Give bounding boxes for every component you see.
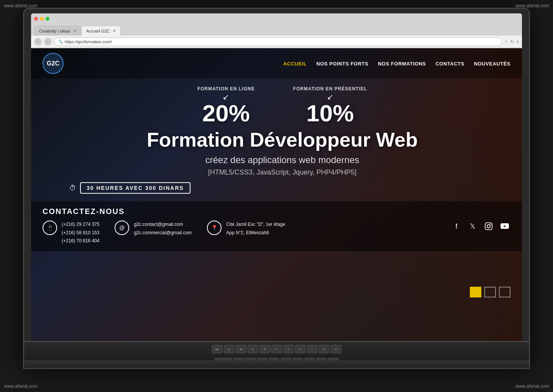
addressbar-actions: ☆ ↻ ≡	[504, 39, 519, 44]
browser-back-button[interactable]: ‹	[34, 38, 42, 46]
key-y: Y	[283, 345, 294, 353]
hero-tech: [HTML5/CSS3, JavaScript, Jquery, PHP4/PH…	[62, 168, 503, 176]
refresh-icon[interactable]: ↻	[510, 39, 514, 44]
watermark-top-right: www.afariat.com	[515, 3, 549, 8]
nav-link-points-forts[interactable]: NOS POINTS FORTS	[316, 61, 368, 67]
tab-creativity[interactable]: Creativity | ideas ✕	[34, 26, 81, 36]
instagram-icon[interactable]	[483, 220, 494, 232]
website-content: G2C ACCUEIL NOS POINTS FORTS NOS FORMATI…	[31, 48, 522, 358]
hero-content: FORMATION EN LIGNE ↙ 20% FORMATION EN PR…	[31, 78, 522, 194]
key-tab: tab	[212, 345, 223, 353]
site-logo: G2C	[43, 53, 64, 74]
nav-links: ACCUEIL NOS POINTS FORTS NOS FORMATIONS …	[283, 60, 510, 67]
email-2: g2c.commercial@gmail.com	[134, 229, 192, 237]
social-icons: f 𝕏	[451, 220, 510, 232]
key-r: R	[259, 345, 270, 353]
bookmark-icon[interactable]: ☆	[504, 39, 509, 44]
email-1: g2c.contact@gmail.com	[134, 220, 192, 229]
contact-phones: (+216) 29 274 375 (+216) 58 910 153 (+21…	[62, 220, 99, 245]
contact-row: 📱 (+216) 29 274 375 (+216) 58 910 153 (+…	[43, 220, 510, 245]
tab-creativity-label: Creativity | ideas	[39, 29, 70, 33]
location-icon: 📍	[207, 220, 222, 235]
contact-address: Cité Jamil Esc "D", 1er étage App N°2, E…	[226, 220, 285, 237]
contact-phone-group: 📱 (+216) 29 274 375 (+216) 58 910 153 (+…	[43, 220, 99, 245]
nav-link-accueil[interactable]: ACCUEIL	[283, 61, 307, 67]
tab-g2c[interactable]: Accueil G2C ✕	[81, 26, 121, 36]
nav-link-formations[interactable]: NOS FORMATIONS	[378, 61, 426, 67]
promo-online-label: FORMATION EN LIGNE	[197, 86, 255, 91]
url-display: https://gccformation.com/	[65, 39, 112, 44]
menu-icon[interactable]: ≡	[516, 39, 519, 44]
slide-dot-3[interactable]	[499, 287, 510, 297]
email-icon: @	[115, 220, 129, 235]
traffic-light-maximize[interactable]	[46, 17, 49, 21]
watermark-bottom-right: www.afariat.com	[515, 384, 549, 389]
phone-icon: 📱	[43, 220, 57, 235]
traffic-light-close[interactable]	[34, 17, 38, 21]
tab-creativity-close[interactable]: ✕	[73, 29, 76, 33]
facebook-icon[interactable]: f	[451, 220, 462, 232]
traffic-light-minimize[interactable]	[40, 17, 44, 21]
screen-bezel: Creativity | ideas ✕ Accueil G2C ✕ ‹ › 🔍…	[31, 13, 522, 358]
clock-icon: ⏱	[69, 184, 76, 192]
phone-3: (+216) 70 816 404	[62, 237, 99, 245]
promo-presentiel-percent: 10%	[293, 101, 367, 125]
phone-1: (+216) 29 274 375	[62, 220, 99, 229]
key-i: I	[307, 345, 318, 353]
nav-link-nouveautes[interactable]: NOUVEAUTÉS	[474, 61, 510, 67]
nav-link-contacts[interactable]: CONTACTS	[435, 61, 464, 67]
contact-emails: g2c.contact@gmail.com g2c.commercial@gma…	[134, 220, 192, 237]
browser-chrome: Creativity | ideas ✕ Accueil G2C ✕ ‹ › 🔍…	[31, 13, 522, 48]
key-u: U	[295, 345, 306, 353]
key-o: O	[319, 345, 330, 353]
contact-title: CONTACTEZ-NOUS	[43, 207, 510, 216]
address-line-1: Cité Jamil Esc "D", 1er étage	[226, 220, 285, 229]
logo-circle: G2C	[43, 53, 64, 74]
address-line-2: App N°2, ElMenzah6	[226, 229, 285, 237]
browser-forward-button[interactable]: ›	[44, 38, 52, 46]
promo-online: FORMATION EN LIGNE ↙ 20%	[197, 86, 255, 125]
youtube-icon[interactable]	[499, 220, 510, 232]
promo-online-percent: 20%	[197, 101, 255, 125]
key-p: P	[331, 345, 341, 353]
promo-row: FORMATION EN LIGNE ↙ 20% FORMATION EN PR…	[62, 86, 503, 125]
tab-g2c-label: Accueil G2C	[86, 29, 110, 33]
search-icon: 🔍	[58, 39, 63, 44]
browser-tabs: Creativity | ideas ✕ Accueil G2C ✕	[31, 24, 522, 36]
keyboard-row-1: tab Q W E R T Y U I O P	[24, 342, 529, 355]
promo-presentiel-label: FORMATION EN PRÉSENTIEL	[293, 86, 367, 91]
contact-address-group: 📍 Cité Jamil Esc "D", 1er étage App N°2,…	[207, 220, 285, 237]
watermark-top-left: www.afariat.com	[4, 3, 38, 8]
watermark-bottom-left: www.afariat.com	[4, 384, 38, 389]
slide-indicators	[470, 287, 510, 297]
logo-text: G2C	[47, 60, 59, 67]
key-e: E	[248, 345, 258, 353]
laptop-base	[24, 360, 529, 368]
phone-2: (+216) 58 910 153	[62, 229, 99, 237]
hero-subtitle: créez des applications web modernes	[62, 155, 503, 165]
browser-addressbar: ‹ › 🔍 https://gccformation.com/ ☆ ↻ ≡	[31, 36, 522, 48]
contact-email-group: @ g2c.contact@gmail.com g2c.commercial@g…	[115, 220, 192, 237]
browser-titlebar	[31, 13, 522, 24]
key-t: T	[271, 345, 282, 353]
key-q: Q	[224, 345, 235, 353]
slide-dot-1[interactable]	[470, 287, 481, 297]
address-bar[interactable]: 🔍 https://gccformation.com/	[54, 38, 502, 46]
promo-presentiel: FORMATION EN PRÉSENTIEL ↙ 10%	[293, 86, 367, 125]
laptop-frame: Creativity | ideas ✕ Accueil G2C ✕ ‹ › 🔍…	[23, 8, 530, 369]
twitter-icon[interactable]: 𝕏	[467, 220, 478, 232]
tab-g2c-close[interactable]: ✕	[113, 29, 116, 33]
site-nav: G2C ACCUEIL NOS POINTS FORTS NOS FORMATI…	[31, 48, 522, 78]
duration-text: 30 HEURES AVEC 300 DINARS	[80, 182, 190, 194]
hero-title: Formation Développeur Web	[62, 129, 503, 151]
key-w: W	[236, 345, 246, 353]
contact-section: CONTACTEZ-NOUS 📱 (+216) 29 274 375 (+216…	[31, 201, 522, 251]
slide-dot-2[interactable]	[484, 287, 496, 297]
duration-row: ⏱ 30 HEURES AVEC 300 DINARS	[62, 182, 503, 194]
